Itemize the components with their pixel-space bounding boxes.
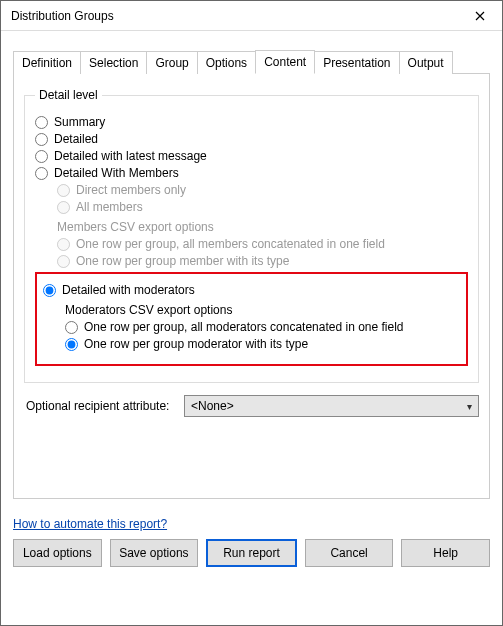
- moderators-csv-heading: Moderators CSV export options: [65, 303, 460, 317]
- radio-direct-members-only: Direct members only: [57, 183, 468, 197]
- radio-members-csv-per-member: One row per group member with its type: [57, 254, 468, 268]
- close-button[interactable]: [458, 1, 502, 30]
- radio-summary[interactable]: Summary: [35, 115, 468, 129]
- radio-all-members: All members: [57, 200, 468, 214]
- run-report-button[interactable]: Run report: [206, 539, 297, 567]
- tab-group[interactable]: Group: [146, 51, 197, 74]
- optional-attribute-value: <None>: [191, 399, 234, 413]
- window-title: Distribution Groups: [11, 9, 458, 23]
- tab-bar: Definition Selection Group Options Conte…: [13, 49, 490, 73]
- optional-attribute-row: Optional recipient attribute: <None> ▾: [24, 395, 479, 417]
- radio-mods-csv-concat[interactable]: One row per group, all moderators concat…: [65, 320, 460, 334]
- automate-report-link[interactable]: How to automate this report?: [13, 517, 167, 531]
- optional-attribute-label: Optional recipient attribute:: [24, 399, 184, 413]
- tab-content[interactable]: Content: [255, 50, 315, 74]
- radio-mods-csv-per-moderator[interactable]: One row per group moderator with its typ…: [65, 337, 460, 351]
- tab-output[interactable]: Output: [399, 51, 453, 74]
- cancel-button[interactable]: Cancel: [305, 539, 394, 567]
- button-bar: Load options Save options Run report Can…: [1, 531, 502, 579]
- tab-selection[interactable]: Selection: [80, 51, 147, 74]
- radio-detailed-members[interactable]: Detailed With Members: [35, 166, 468, 180]
- load-options-button[interactable]: Load options: [13, 539, 102, 567]
- tab-definition[interactable]: Definition: [13, 51, 81, 74]
- tab-pane-content: Detail level Summary Detailed Detailed w…: [13, 73, 490, 499]
- radio-detailed-moderators[interactable]: Detailed with moderators: [43, 283, 460, 297]
- radio-detailed[interactable]: Detailed: [35, 132, 468, 146]
- optional-attribute-select[interactable]: <None> ▾: [184, 395, 479, 417]
- highlight-box: Detailed with moderators Moderators CSV …: [35, 272, 468, 366]
- members-csv-heading: Members CSV export options: [57, 220, 468, 234]
- close-icon: [475, 11, 485, 21]
- detail-level-group: Detail level Summary Detailed Detailed w…: [24, 88, 479, 383]
- help-button[interactable]: Help: [401, 539, 490, 567]
- chevron-down-icon: ▾: [467, 401, 472, 412]
- tab-options[interactable]: Options: [197, 51, 256, 74]
- title-bar: Distribution Groups: [1, 1, 502, 31]
- radio-detailed-latest[interactable]: Detailed with latest message: [35, 149, 468, 163]
- detail-level-legend: Detail level: [35, 88, 102, 102]
- save-options-button[interactable]: Save options: [110, 539, 199, 567]
- radio-members-csv-concat: One row per group, all members concatena…: [57, 237, 468, 251]
- tab-presentation[interactable]: Presentation: [314, 51, 399, 74]
